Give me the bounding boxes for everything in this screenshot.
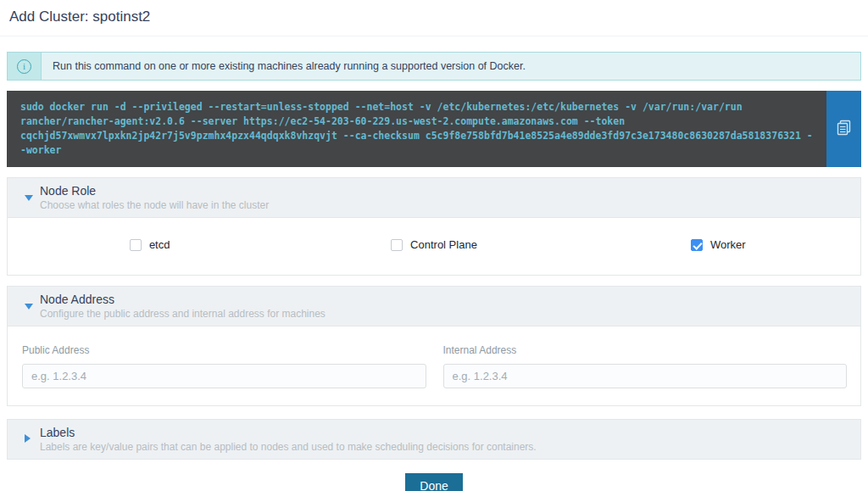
- section-node-address-header[interactable]: Node Address Configure the public addres…: [8, 287, 860, 326]
- docker-command-text: sudo docker run -d --privileged --restar…: [7, 91, 826, 167]
- section-subtitle: Choose what roles the node will have in …: [40, 199, 850, 211]
- public-address-input[interactable]: [22, 364, 426, 388]
- role-option-etcd: etcd: [8, 238, 292, 251]
- section-node-role-header[interactable]: Node Role Choose what roles the node wil…: [8, 178, 860, 218]
- section-subtitle: Configure the public address and interna…: [40, 308, 850, 320]
- section-labels-header[interactable]: Labels Labels are key/value pairs that c…: [8, 420, 860, 459]
- info-icon: i: [17, 59, 31, 74]
- caret-down-icon: [25, 304, 33, 310]
- control-plane-checkbox-label: Control Plane: [410, 238, 477, 251]
- node-address-fields: Public Address Internal Address: [8, 326, 860, 405]
- internal-address-label: Internal Address: [443, 344, 848, 356]
- node-role-options: etcd Control Plane Worker: [8, 218, 860, 275]
- public-address-field-group: Public Address: [22, 344, 426, 388]
- role-option-worker: Worker: [576, 238, 860, 251]
- etcd-checkbox-wrap[interactable]: etcd: [130, 238, 170, 251]
- public-address-label: Public Address: [22, 344, 426, 356]
- worker-checkbox-label: Worker: [710, 238, 746, 251]
- etcd-checkbox-label: etcd: [149, 238, 170, 251]
- info-banner: i Run this command on one or more existi…: [7, 52, 861, 81]
- role-option-control-plane: Control Plane: [292, 238, 576, 251]
- docker-command-block: sudo docker run -d --privileged --restar…: [7, 91, 861, 167]
- section-subtitle: Labels are key/value pairs that can be a…: [40, 441, 850, 453]
- info-banner-icon-cell: i: [8, 53, 42, 80]
- control-plane-checkbox[interactable]: [391, 239, 403, 251]
- section-labels: Labels Labels are key/value pairs that c…: [7, 419, 861, 460]
- copy-command-button[interactable]: [826, 91, 861, 167]
- worker-checkbox-wrap[interactable]: Worker: [691, 238, 746, 251]
- section-title: Node Address: [40, 293, 850, 307]
- add-cluster-form: i Run this command on one or more existi…: [0, 52, 868, 491]
- clipboard-copy-icon: [837, 120, 852, 139]
- worker-checkbox[interactable]: [691, 239, 703, 251]
- caret-down-icon: [25, 195, 33, 201]
- section-title: Labels: [40, 426, 850, 440]
- etcd-checkbox[interactable]: [130, 239, 142, 251]
- internal-address-input[interactable]: [443, 364, 848, 388]
- section-node-address: Node Address Configure the public addres…: [7, 286, 861, 406]
- section-title: Node Role: [40, 184, 850, 198]
- internal-address-field-group: Internal Address: [443, 344, 848, 388]
- info-banner-message: Run this command on one or more existing…: [42, 53, 526, 80]
- page-title: Add Cluster: spotinst2: [0, 0, 868, 36]
- done-button[interactable]: Done: [405, 473, 462, 491]
- caret-right-icon: [25, 434, 31, 443]
- control-plane-checkbox-wrap[interactable]: Control Plane: [391, 238, 477, 251]
- section-node-role: Node Role Choose what roles the node wil…: [7, 177, 861, 276]
- form-footer: Done: [7, 473, 861, 491]
